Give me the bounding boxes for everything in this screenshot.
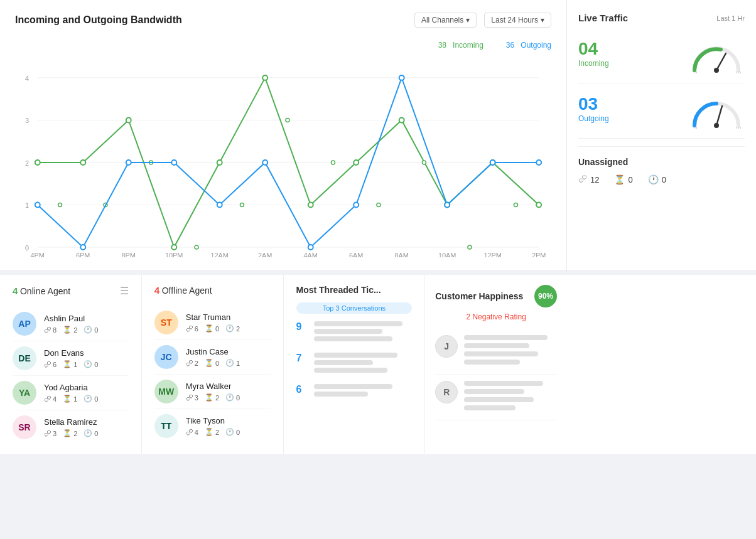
- chat-stat: 🗪 3: [186, 393, 198, 402]
- agent-info: Ashlin Paul 🗪 8 ⏳ 2 🕐 0: [44, 314, 129, 334]
- clock-stat: 🕐 0: [84, 326, 98, 334]
- t-line: [314, 360, 373, 365]
- threaded-item-1: 9: [296, 321, 413, 344]
- agent-info: Justin Case 🗪 2 ⏳ 0 🕐 1: [186, 347, 271, 367]
- online-agents-header: 4 Online Agent ☰: [13, 285, 129, 297]
- unassigned-chat-stat: 🗪 12: [578, 174, 599, 184]
- clock-stat: 🕐 0: [84, 395, 98, 403]
- chat-stat: 🗪 2: [186, 359, 198, 367]
- unassigned-clock-stat: 🕐 0: [648, 174, 666, 184]
- svg-point-21: [536, 202, 541, 207]
- avatar: YA: [13, 381, 36, 405]
- avatar: MW: [154, 380, 178, 403]
- channels-dropdown[interactable]: All Channels ▾: [414, 13, 477, 28]
- outgoing-number: 03: [578, 94, 609, 114]
- agent-info: Star Truman 🗪 6 ⏳ 0 🕐 2: [186, 312, 271, 333]
- svg-point-27: [286, 118, 289, 122]
- top-conversations-badge: Top 3 Conversations: [296, 302, 413, 314]
- agent-item: SR Stella Ramirez 🗪 3 ⏳ 2 🕐 0: [13, 410, 129, 444]
- svg-point-26: [240, 203, 244, 206]
- agent-name: Stella Ramirez: [44, 417, 129, 427]
- clock-stat: 🕐 0: [84, 360, 98, 368]
- h-lines-j: [464, 335, 557, 368]
- clock-icon: 🕐: [225, 428, 234, 436]
- svg-point-14: [217, 160, 222, 165]
- incoming-legend: 38 Incoming: [436, 35, 483, 51]
- t-line: [314, 329, 383, 334]
- agent-name: Tike Tyson: [186, 416, 271, 425]
- chat-icon: 🗪: [186, 394, 193, 402]
- avatar: DE: [13, 346, 36, 370]
- clock-icon: 🕐: [225, 393, 234, 402]
- t-line: [314, 392, 368, 397]
- svg-point-40: [354, 202, 359, 207]
- chat-stat: 🗪 4: [186, 428, 198, 436]
- clock-icon: 🕐: [648, 174, 659, 184]
- offline-title: Offline Agent: [162, 286, 212, 296]
- unassigned-hourglass-stat: ⏳ 0: [614, 174, 632, 184]
- hourglass-stat: ⏳ 2: [63, 326, 77, 334]
- h-avatar-j: J: [435, 335, 458, 358]
- agent-stats: 🗪 3 ⏳ 2 🕐 0: [44, 429, 129, 437]
- agent-info: Stella Ramirez 🗪 3 ⏳ 2 🕐 0: [44, 417, 129, 437]
- svg-point-34: [80, 245, 85, 250]
- clock-icon: 🕐: [225, 324, 234, 333]
- chat-stat: 🗪 4: [44, 395, 57, 403]
- threaded-title: Most Threaded Tic...: [296, 285, 413, 295]
- unassigned-section: Unassigned 🗪 12 ⏳ 0 🕐 0: [578, 146, 745, 184]
- svg-point-15: [262, 75, 267, 80]
- clock-stat: 🕐 0: [225, 428, 240, 436]
- svg-point-58: [714, 68, 719, 73]
- unassigned-divider: [578, 138, 745, 139]
- unassigned-chat-count: 12: [590, 175, 599, 184]
- threaded-item-3: 6: [296, 384, 413, 399]
- agent-name: Justin Case: [186, 347, 271, 356]
- svg-text:10: 10: [735, 125, 741, 129]
- bandwidth-header: Incoming and Outgoing Bandwidth All Chan…: [15, 13, 551, 28]
- offline-agents-title-group: 4 Offline Agent: [154, 285, 212, 296]
- svg-text:2AM: 2AM: [258, 252, 272, 257]
- offline-agents-header: 4 Offline Agent: [154, 285, 271, 296]
- outgoing-metric: 03 Outgoing 0 10: [578, 91, 745, 125]
- h-line: [464, 397, 534, 402]
- svg-text:8PM: 8PM: [122, 252, 136, 257]
- svg-point-43: [490, 160, 495, 165]
- incoming-value-group: 04 Incoming: [578, 39, 609, 68]
- outgoing-metric-label: Outgoing: [578, 114, 609, 123]
- svg-text:0: 0: [694, 70, 698, 73]
- chat-icon: 🗪: [44, 361, 51, 368]
- chat-icon: 🗪: [44, 430, 51, 437]
- incoming-metric: 04 Incoming 0 10: [578, 36, 745, 70]
- avatar: SR: [13, 415, 36, 439]
- chat-stat: 🗪 8: [44, 326, 57, 334]
- agent-stats: 🗪 8 ⏳ 2 🕐 0: [44, 326, 129, 334]
- chat-icon: 🗪: [186, 429, 193, 436]
- online-agents-menu-icon[interactable]: ☰: [120, 285, 129, 297]
- svg-text:4AM: 4AM: [303, 252, 317, 257]
- unassigned-clock-count: 0: [662, 175, 666, 184]
- svg-point-28: [331, 161, 335, 164]
- hourglass-icon: ⏳: [63, 360, 72, 368]
- svg-text:12AM: 12AM: [210, 252, 229, 257]
- agent-item: JC Justin Case 🗪 2 ⏳ 0 🕐 1: [154, 340, 271, 375]
- svg-text:6PM: 6PM: [76, 252, 90, 257]
- incoming-metric-label: Incoming: [578, 59, 609, 68]
- agent-name: Don Evans: [44, 348, 129, 358]
- online-agents-panel: 4 Online Agent ☰ AP Ashlin Paul 🗪 8 ⏳ 2 …: [0, 275, 142, 454]
- svg-point-10: [35, 160, 40, 165]
- agent-stats: 🗪 2 ⏳ 0 🕐 1: [186, 359, 271, 367]
- svg-point-25: [195, 245, 198, 249]
- threaded-count-3: 6: [296, 384, 308, 395]
- svg-line-61: [716, 106, 722, 125]
- hourglass-stat: ⏳ 2: [205, 428, 219, 436]
- svg-point-41: [399, 75, 404, 80]
- hourglass-icon: ⏳: [205, 428, 213, 436]
- time-dropdown[interactable]: Last 24 Hours ▾: [484, 13, 551, 28]
- svg-point-32: [514, 203, 517, 206]
- agent-item: DE Don Evans 🗪 6 ⏳ 1 🕐 0: [13, 341, 129, 376]
- svg-text:1: 1: [25, 201, 29, 209]
- live-traffic-panel: Live Traffic Last 1 Hr 04 Incoming 0: [567, 0, 756, 275]
- agent-item: AP Ashlin Paul 🗪 8 ⏳ 2 🕐 0: [13, 307, 129, 341]
- chat-stat: 🗪 6: [186, 324, 198, 333]
- bandwidth-panel: Incoming and Outgoing Bandwidth All Chan…: [0, 0, 567, 275]
